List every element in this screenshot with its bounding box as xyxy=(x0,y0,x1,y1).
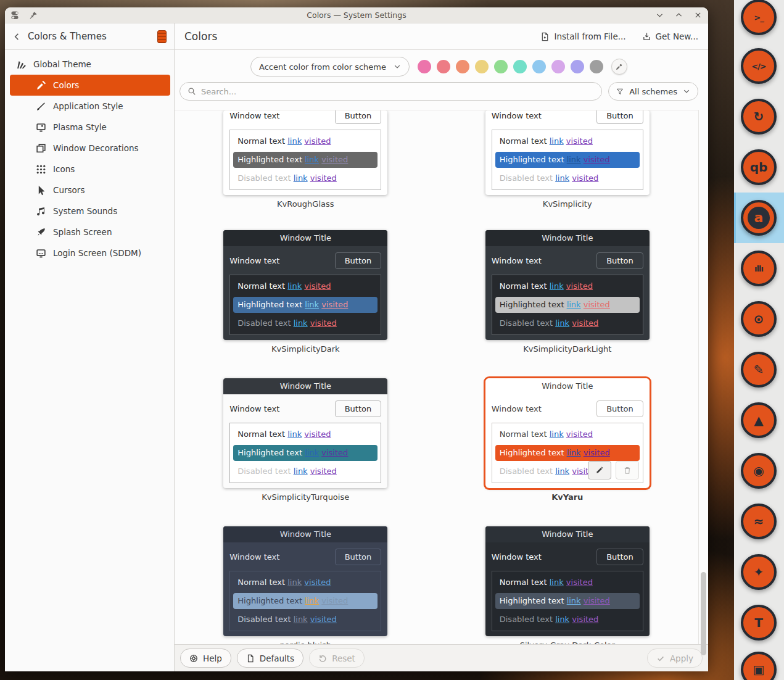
scheme-card-kvsimplicity[interactable]: Window Title Window text Button Normal t… xyxy=(485,110,650,210)
inkscape-icon[interactable]: ▲ xyxy=(741,402,777,438)
sidebar-item-window-decorations[interactable]: Window Decorations xyxy=(10,138,170,159)
sidebar-item-colors[interactable]: Colors xyxy=(10,75,170,96)
system-monitor-icon[interactable]: ≈ xyxy=(741,504,777,539)
scheme-card-kvyaru[interactable]: Window Title Window text Button Normal t… xyxy=(485,378,650,504)
qbittorrent-glyph: qb xyxy=(750,161,768,173)
preview-window-title: Window Title xyxy=(223,526,387,542)
preview-visited-link: visited xyxy=(304,578,331,587)
install-from-file-button[interactable]: Install from File... xyxy=(540,31,625,41)
scheme-card-kvroughglass[interactable]: Window Title Window text Button Normal t… xyxy=(223,110,387,210)
steam-icon[interactable]: ⊙ xyxy=(741,301,777,337)
filter-funnel-icon xyxy=(616,88,624,95)
app-menu-icon[interactable] xyxy=(11,11,22,20)
preview-window-text: Window text xyxy=(229,552,279,562)
window-frames-icon xyxy=(36,143,46,154)
accent-swatch-5[interactable] xyxy=(513,60,527,73)
preview-normal-row: Normal text link visited xyxy=(230,277,381,296)
get-new-button[interactable]: Get New... xyxy=(642,31,698,41)
scheme-card-nordic-bluish[interactable]: Window Title Window text Button Normal t… xyxy=(223,526,387,644)
system-settings-window: Colors — System Settings Colors & Themes xyxy=(5,7,708,671)
letter-a-app-icon[interactable]: a xyxy=(741,200,777,236)
sidebar-item-application-style[interactable]: Application Style xyxy=(10,96,170,117)
preview-disabled-row: Disabled text link visited xyxy=(230,462,381,481)
code-editor-icon[interactable]: </> xyxy=(741,48,777,84)
preview-visited-link: visited xyxy=(304,429,331,439)
paint-app-glyph: ✎ xyxy=(754,363,764,376)
minimize-button[interactable] xyxy=(656,11,664,19)
preview-view: Normal text link visited Highlighted tex… xyxy=(492,423,643,483)
scrollbar-track[interactable] xyxy=(699,110,708,644)
typography-app-icon[interactable]: T xyxy=(741,605,777,641)
scheme-card-silvery-gray-dark-color[interactable]: Window Title Window text Button Normal t… xyxy=(485,526,650,644)
accent-swatch-8[interactable] xyxy=(571,60,584,73)
scheme-filter-dropdown[interactable]: All schemes xyxy=(608,82,698,101)
search-input[interactable] xyxy=(201,87,594,96)
kde-settings-icon[interactable]: ✦ xyxy=(741,554,777,590)
accent-swatch-9[interactable] xyxy=(590,60,603,73)
preview-visited-link: visited xyxy=(572,173,598,183)
accent-swatch-3[interactable] xyxy=(475,60,489,73)
help-button[interactable]: Help xyxy=(180,649,231,668)
delete-scheme-button[interactable] xyxy=(616,461,639,479)
accent-swatch-2[interactable] xyxy=(456,60,469,73)
back-button[interactable] xyxy=(12,32,22,41)
search-icon xyxy=(188,87,196,96)
sidebar-item-login-screen-sddm[interactable]: Login Screen (SDDM) xyxy=(10,243,170,263)
accent-swatch-4[interactable] xyxy=(494,60,508,73)
sidebar-item-plasma-style[interactable]: Plasma Style xyxy=(10,117,170,138)
preview-link: link xyxy=(567,448,581,457)
preview-highlighted-row: Highlighted text link visited xyxy=(233,593,378,609)
defaults-button[interactable]: Defaults xyxy=(237,649,303,668)
accent-color-dropdown[interactable]: Accent color from color scheme xyxy=(250,57,410,77)
highlight-changed-settings-icon[interactable] xyxy=(157,30,167,43)
preview-link: link xyxy=(567,155,581,164)
preview-button: Button xyxy=(596,252,643,269)
check-icon xyxy=(656,654,665,663)
accent-swatch-7[interactable] xyxy=(551,60,565,73)
preview-highlighted-row: Highlighted text link visited xyxy=(495,297,640,313)
edit-scheme-button[interactable] xyxy=(588,461,611,479)
scheme-card-kvsimplicitydarklight[interactable]: Window Title Window text Button Normal t… xyxy=(485,230,650,355)
reset-button[interactable]: Reset xyxy=(309,649,365,668)
titlebar[interactable]: Colors — System Settings xyxy=(5,7,708,23)
preview-view: Normal text link visited Highlighted tex… xyxy=(229,571,381,631)
maximize-button[interactable] xyxy=(675,11,683,19)
accent-swatch-6[interactable] xyxy=(532,60,546,73)
paint-app-icon[interactable]: ✎ xyxy=(741,352,777,388)
color-eyedropper-button[interactable] xyxy=(611,59,627,75)
pin-icon[interactable] xyxy=(29,11,38,20)
scheme-preview: Window Title Window text Button Normal t… xyxy=(223,230,387,340)
web-browser-icon[interactable]: ↻ xyxy=(741,99,777,135)
preview-visited-link: visited xyxy=(321,596,348,605)
scheme-grid: Window Title Window text Button Normal t… xyxy=(175,110,699,644)
terminal-icon[interactable]: >_ xyxy=(741,0,777,35)
scheme-preview: Window Title Window text Button Normal t… xyxy=(485,378,650,488)
scheme-preview: Window Title Window text Button Normal t… xyxy=(223,526,387,636)
window-title: Colors — System Settings xyxy=(5,10,708,20)
sidebar-list: Global Theme Colors Application Style Pl… xyxy=(5,50,174,263)
scrollbar-thumb[interactable] xyxy=(701,572,706,655)
sidebar-item-splash-screen[interactable]: Splash Screen xyxy=(10,222,170,243)
preview-normal-row: Normal text link visited xyxy=(492,573,643,592)
file-manager-icon[interactable]: ▣ xyxy=(741,652,777,680)
scheme-preview: Window Title Window text Button Normal t… xyxy=(485,526,650,636)
audio-editor-glyph: ıllı xyxy=(754,265,763,273)
accent-swatch-0[interactable] xyxy=(418,60,431,73)
scheme-card-kvsimplicityturquoise[interactable]: Window Title Window text Button Normal t… xyxy=(223,378,387,504)
accent-swatch-1[interactable] xyxy=(437,60,450,73)
qbittorrent-icon[interactable]: qb xyxy=(741,149,777,185)
sidebar-item-cursors[interactable]: Cursors xyxy=(10,180,170,201)
kde-fan-icon xyxy=(16,59,27,70)
close-button[interactable] xyxy=(694,11,702,19)
letter-a-app-glyph: a xyxy=(754,211,764,225)
search-field[interactable] xyxy=(179,82,602,101)
sidebar-item-system-sounds[interactable]: System Sounds xyxy=(10,201,170,222)
sidebar-item-icons[interactable]: Icons xyxy=(10,159,170,180)
preview-visited-link: visited xyxy=(310,318,337,328)
system-monitor-glyph: ≈ xyxy=(754,515,764,528)
sidebar-item-global-theme[interactable]: Global Theme xyxy=(10,54,170,75)
color-palette-app-icon[interactable]: ◉ xyxy=(741,453,777,489)
audio-editor-icon[interactable]: ıllı xyxy=(741,251,777,286)
apply-button[interactable]: Apply xyxy=(647,649,703,668)
scheme-card-kvsimplicitydark[interactable]: Window Title Window text Button Normal t… xyxy=(223,230,387,355)
